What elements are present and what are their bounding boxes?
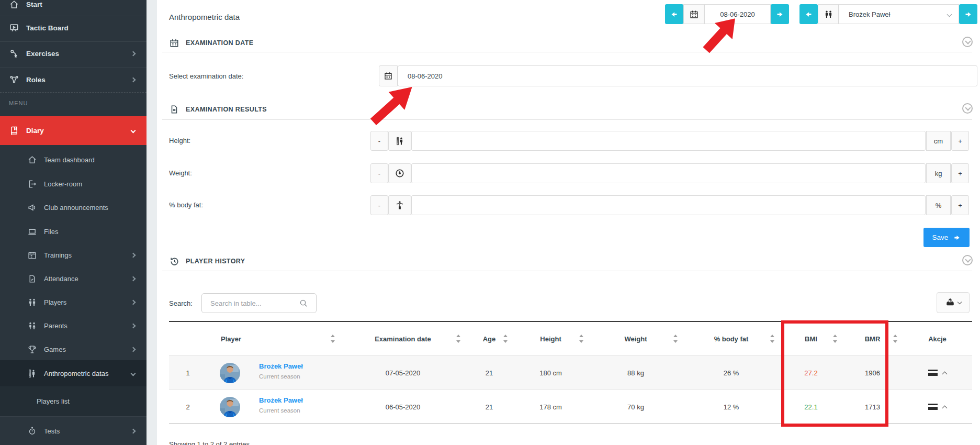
collapse-section-button[interactable] <box>962 37 973 47</box>
chevron-down-icon <box>131 128 136 134</box>
sidebar-item-anthropometric-datas[interactable]: Anthropometric datas <box>0 360 147 386</box>
actions-menu-button[interactable] <box>928 370 947 376</box>
sidebar-item-files[interactable]: Files <box>0 220 147 243</box>
main-content: Anthropometric data 08-06-2020 Brożek Pa… <box>157 0 980 445</box>
sidebar-item-parents[interactable]: Parents <box>0 314 147 338</box>
player-cell: Brożek Paweł Current season <box>207 356 340 390</box>
sort-icon[interactable] <box>330 335 335 343</box>
body-fat-plus-button[interactable]: + <box>951 195 969 215</box>
save-button[interactable]: Save <box>923 228 970 247</box>
door-icon <box>27 180 37 189</box>
export-button[interactable] <box>937 292 970 313</box>
sidebar-item-locker-room[interactable]: Locker-room <box>0 172 147 196</box>
col-index <box>169 322 207 355</box>
section-examination-date: EXAMINATION DATE <box>169 38 254 48</box>
table-row: 2 Brożek Paweł Current season 06-05-2020… <box>169 390 972 424</box>
avatar <box>220 397 240 417</box>
sidebar-item-label: Start <box>26 1 42 8</box>
sidebar-item-label: Players <box>44 298 66 306</box>
search-label: Search: <box>169 299 193 307</box>
sort-icon[interactable] <box>770 335 774 343</box>
sidebar-item-team-dashboard[interactable]: Team dashboard <box>0 148 147 172</box>
sort-icon[interactable] <box>579 335 583 343</box>
section-examination-results: EXAMINATION RESULTS <box>169 104 267 115</box>
sort-icon[interactable] <box>673 335 678 343</box>
col-player[interactable]: Player <box>207 322 340 355</box>
col-bmr[interactable]: BMR <box>842 322 903 355</box>
player-select[interactable]: Brożek Paweł <box>839 4 959 24</box>
trophy-icon <box>27 345 37 354</box>
sidebar-item-tests[interactable]: Tests <box>0 416 147 445</box>
col-height[interactable]: Height <box>513 322 589 355</box>
col-weight[interactable]: Weight <box>589 322 683 355</box>
weight-minus-button[interactable]: - <box>370 163 388 183</box>
tactic-board-icon <box>9 23 19 33</box>
sidebar-item-tactic-board[interactable]: Tactic Board <box>0 16 147 39</box>
stopwatch-icon <box>27 426 37 436</box>
chevron-up-icon <box>942 371 948 376</box>
collapse-section-button[interactable] <box>962 255 973 265</box>
collapse-section-button[interactable] <box>962 103 973 114</box>
sidebar-item-exercises[interactable]: Exercises <box>0 41 147 65</box>
sidebar-item-attendance[interactable]: Attendance <box>0 267 147 291</box>
sidebar-item-players[interactable]: Players <box>0 291 147 314</box>
divider <box>162 52 972 52</box>
header-date-field[interactable]: 08-06-2020 <box>704 4 771 24</box>
annotation-arrow-exam-date <box>373 87 420 131</box>
chevron-right-icon <box>131 347 136 352</box>
exam-date-cell: 06-05-2020 <box>340 390 466 424</box>
chevron-right-icon <box>131 51 136 56</box>
sidebar-item-players-list[interactable]: Players list <box>0 386 147 416</box>
weight-plus-button[interactable]: + <box>951 163 969 183</box>
chevron-down-icon <box>131 371 136 376</box>
body-fat-input[interactable] <box>411 195 926 215</box>
calendar-icon <box>169 38 179 48</box>
col-age[interactable]: Age <box>466 322 513 355</box>
height-minus-button[interactable]: - <box>370 131 388 151</box>
sort-icon[interactable] <box>503 335 508 343</box>
body-fat-cell: 12 % <box>683 390 780 424</box>
sidebar-item-label: Attendance <box>44 275 78 283</box>
table-header-row: Player Examination date Age Height Weigh… <box>169 322 972 356</box>
exam-date-input[interactable] <box>398 65 977 86</box>
table-info-text: Showing 1 to 2 of 2 entries <box>169 440 250 445</box>
col-exam-date[interactable]: Examination date <box>340 322 466 355</box>
weight-input[interactable] <box>411 163 926 183</box>
col-body-fat[interactable]: % body fat <box>683 322 780 355</box>
height-input[interactable] <box>411 131 926 151</box>
sort-icon[interactable] <box>893 335 897 343</box>
player-link[interactable]: Brożek Paweł <box>259 362 303 370</box>
calendar-icon[interactable] <box>379 65 398 86</box>
sidebar-item-roles[interactable]: Roles <box>0 68 147 91</box>
chevron-right-icon <box>131 300 136 305</box>
sidebar-item-diary[interactable]: Diary <box>0 116 147 145</box>
exercises-icon <box>9 48 19 59</box>
player-link[interactable]: Brożek Paweł <box>259 396 303 404</box>
sort-icon[interactable] <box>832 335 837 343</box>
menu-icon <box>928 370 938 376</box>
bmr-cell: 1906 <box>842 356 903 390</box>
sidebar-item-club-announcements[interactable]: Club announcements <box>0 196 147 219</box>
player-cell: Brożek Paweł Current season <box>207 390 340 424</box>
bmr-cell: 1713 <box>842 390 903 424</box>
calendar-icon <box>27 251 37 260</box>
height-plus-button[interactable]: + <box>951 131 969 151</box>
body-fat-unit: % <box>926 195 951 215</box>
sidebar-item-trainings[interactable]: Trainings <box>0 243 147 267</box>
actions-menu-button[interactable] <box>928 404 947 410</box>
roles-icon <box>9 74 19 85</box>
prev-date-button[interactable] <box>665 4 683 24</box>
section-title: EXAMINATION RESULTS <box>186 106 267 113</box>
sort-icon[interactable] <box>456 335 460 343</box>
age-cell: 21 <box>466 390 513 424</box>
sidebar-item-start[interactable]: Start <box>0 0 147 16</box>
prev-player-button[interactable] <box>799 4 818 24</box>
calendar-icon[interactable] <box>683 4 704 24</box>
next-player-button[interactable] <box>959 4 977 24</box>
next-date-button[interactable] <box>771 4 789 24</box>
col-bmi[interactable]: BMI <box>780 322 842 355</box>
body-fat-cell: 26 % <box>683 356 780 390</box>
col-akcje: Akcje <box>903 322 972 355</box>
sidebar-item-games[interactable]: Games <box>0 338 147 361</box>
body-fat-minus-button[interactable]: - <box>370 195 388 215</box>
